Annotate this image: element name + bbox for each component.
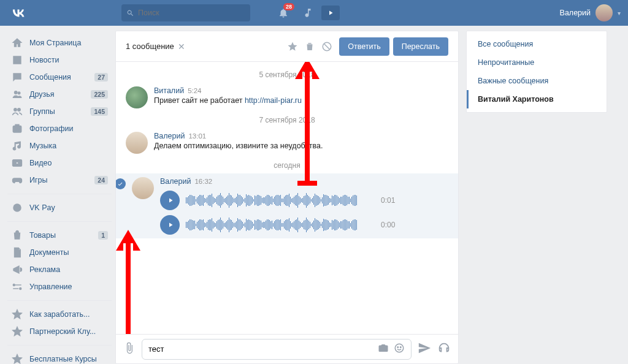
search-box[interactable]	[121, 4, 250, 21]
friends-icon	[11, 88, 23, 100]
docs-icon	[11, 246, 23, 259]
search-icon	[126, 9, 134, 17]
selection-count: 1 сообщение	[126, 42, 174, 51]
svg-point-11	[395, 344, 404, 352]
delete-button[interactable]	[301, 41, 318, 52]
spam-button[interactable]	[318, 41, 335, 52]
home-icon	[11, 37, 23, 49]
top-bar: 28 Валерий ▾	[0, 0, 628, 26]
sidebar-item-друзья[interactable]: Друзья225	[7, 86, 112, 103]
date-separator: 5 сентября 2018	[126, 70, 448, 79]
ads-icon	[11, 264, 23, 276]
voice-message[interactable]: 0:01	[160, 191, 448, 210]
sidebar-item-управление[interactable]: Управление	[7, 278, 112, 295]
sidebar-item-сообщения[interactable]: Сообщения27	[7, 69, 112, 86]
video-button[interactable]	[321, 6, 340, 20]
send-button[interactable]	[418, 341, 431, 357]
voice-message[interactable]: 0:00	[160, 215, 448, 235]
vkpay-icon	[11, 202, 23, 214]
manage-icon	[11, 281, 23, 293]
message-row-selected[interactable]: Валерий16:32 0:01 0:00	[116, 173, 458, 238]
annotation-arrow-up	[116, 226, 147, 334]
games-icon	[11, 174, 23, 186]
date-separator: 7 сентября 2018	[126, 116, 448, 124]
messages-panel: 1 сообщение ✕ Ответить Переслать 5 сентя…	[115, 31, 459, 364]
selected-check-icon[interactable]	[116, 178, 126, 189]
avatar	[126, 86, 148, 108]
play-button[interactable]	[160, 215, 180, 235]
date-separator: сегодня	[126, 161, 448, 170]
attach-button[interactable]	[123, 342, 136, 356]
sender-name[interactable]: Виталий	[154, 86, 184, 95]
goods-icon	[11, 229, 23, 241]
right-panel: Все сообщенияНепрочитанныеВажные сообщен…	[466, 31, 607, 364]
groups-icon	[11, 105, 23, 118]
dialog-filters: Все сообщенияНепрочитанныеВажные сообщен…	[466, 31, 607, 113]
sidebar-item-новости[interactable]: Новости	[7, 51, 112, 69]
svg-point-1	[18, 92, 20, 94]
sidebar-item-бесплатные-курсы[interactable]: Бесплатные Курсы	[7, 351, 112, 364]
notification-badge: 28	[283, 3, 294, 10]
star-icon	[11, 353, 23, 364]
sidebar-item-фотографии[interactable]: Фотографии	[7, 120, 112, 137]
play-button[interactable]	[160, 191, 180, 210]
filter-item[interactable]: Непрочитанные	[467, 53, 607, 72]
svg-point-8	[13, 203, 21, 212]
svg-line-10	[324, 44, 330, 49]
filter-item[interactable]: Важные сообщения	[467, 72, 607, 90]
chevron-down-icon: ▾	[618, 10, 621, 17]
filter-item[interactable]: Виталий Харитонов	[467, 90, 607, 108]
sidebar-item-товары[interactable]: Товары1	[7, 227, 112, 244]
news-icon	[11, 54, 23, 66]
waveform[interactable]	[186, 216, 370, 233]
emoji-icon[interactable]	[394, 343, 405, 355]
notifications-button[interactable]: 28	[272, 0, 294, 26]
page: Моя СтраницаНовостиСообщения27Друзья225Г…	[0, 26, 628, 364]
msg-icon	[11, 71, 23, 83]
sidebar-item-документы[interactable]: Документы	[7, 244, 112, 261]
star-icon	[11, 308, 23, 320]
svg-point-2	[14, 108, 17, 112]
voice-record-button[interactable]	[437, 341, 451, 357]
filter-item[interactable]: Все сообщения	[467, 35, 607, 53]
star-button[interactable]	[284, 41, 301, 52]
message-text: Делаем оптимизацию, извините за неудобст…	[154, 142, 448, 150]
sidebar-item-партнерский-клу...[interactable]: Партнерский Клу...	[7, 323, 112, 340]
sidebar-item-игры[interactable]: Игры24	[7, 172, 112, 189]
compose-row	[116, 334, 458, 363]
user-menu[interactable]: Валерий ▾	[560, 4, 621, 21]
svg-point-12	[397, 347, 399, 348]
message-input[interactable]	[148, 344, 378, 354]
music-button[interactable]	[297, 0, 319, 26]
sidebar-item-музыка[interactable]: Музыка	[7, 137, 112, 154]
forward-button[interactable]: Переслать	[393, 37, 448, 56]
avatar	[132, 177, 154, 199]
search-input[interactable]	[138, 9, 245, 17]
top-icons: 28	[272, 0, 340, 26]
reply-button[interactable]: Ответить	[339, 37, 389, 56]
avatar	[126, 132, 148, 154]
waveform[interactable]	[186, 192, 370, 209]
message-row[interactable]: Валерий13:01 Делаем оптимизацию, извинит…	[126, 128, 448, 157]
sidebar-item-vkpay[interactable]: VK Pay	[7, 199, 112, 216]
link[interactable]: http://mail-piar.ru	[245, 96, 302, 105]
sidebar-item-реклама[interactable]: Реклама	[7, 261, 112, 278]
star-icon	[11, 325, 23, 338]
sidebar-item-группы[interactable]: Группы145	[7, 103, 112, 120]
message-toolbar: 1 сообщение ✕ Ответить Переслать	[116, 31, 458, 62]
sender-name[interactable]: Валерий	[154, 132, 185, 140]
photo-icon	[11, 123, 23, 135]
sidebar-item-как-заработать...[interactable]: Как заработать...	[7, 306, 112, 323]
clear-selection-button[interactable]: ✕	[178, 42, 185, 51]
svg-point-3	[18, 108, 21, 112]
sidebar-item-моя-страница[interactable]: Моя Страница	[7, 34, 112, 51]
vk-logo[interactable]	[7, 5, 29, 21]
message-text: Привет сайт не работает http://mail-piar…	[154, 96, 448, 105]
camera-icon[interactable]	[378, 343, 389, 355]
message-row[interactable]: Виталий5:24 Привет сайт не работает http…	[126, 83, 448, 112]
conversation: 5 сентября 2018 Виталий5:24 Привет сайт …	[116, 62, 458, 334]
avatar	[595, 4, 613, 21]
sender-name[interactable]: Валерий	[160, 177, 191, 186]
sidebar-item-видео[interactable]: Видео	[7, 154, 112, 172]
left-sidebar: Моя СтраницаНовостиСообщения27Друзья225Г…	[7, 31, 112, 364]
